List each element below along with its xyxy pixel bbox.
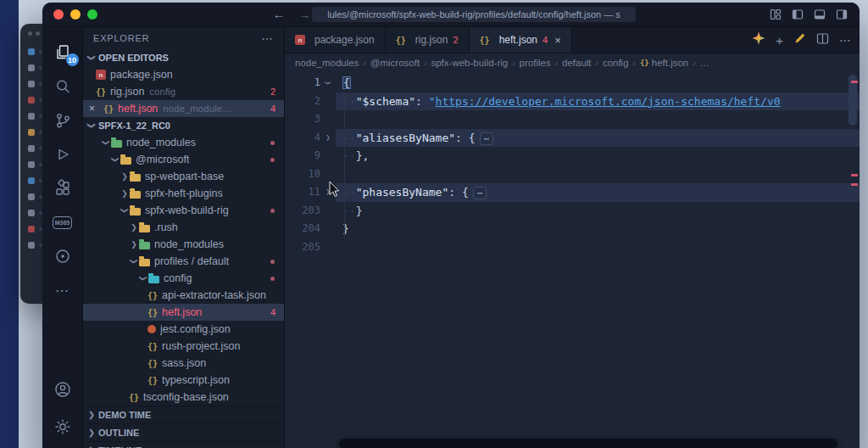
editor-more-actions-icon[interactable]: ⋯ bbox=[839, 33, 851, 47]
close-icon[interactable]: × bbox=[554, 34, 561, 47]
breadcrumb-node_modules[interactable]: node_modules bbox=[295, 58, 359, 68]
chevron-down-icon[interactable]: ❯ bbox=[139, 273, 147, 283]
zoom-window-button[interactable] bbox=[87, 9, 97, 20]
tree-item-profiles-default[interactable]: ❯profiles / default bbox=[83, 253, 284, 270]
gear-icon bbox=[53, 417, 72, 436]
tree-item-spfx-heft-plugins[interactable]: ❯spfx-heft-plugins bbox=[83, 185, 284, 202]
back-icon[interactable]: ← bbox=[273, 8, 285, 21]
forward-icon[interactable]: → bbox=[298, 8, 310, 21]
minimize-window-button[interactable] bbox=[70, 9, 81, 20]
tree-item-sp-webpart-base[interactable]: ❯sp-webpart-base bbox=[83, 168, 284, 185]
toggle-sidebar-icon[interactable] bbox=[792, 8, 804, 20]
close-icon[interactable]: × bbox=[89, 103, 95, 115]
tree-item-rush-project.json[interactable]: {}rush-project.json bbox=[83, 338, 284, 355]
project-root-header[interactable]: ❯ SPFX-1_22_RC0 bbox=[83, 117, 284, 134]
traffic-lights bbox=[53, 9, 97, 20]
copilot-sparkle-icon[interactable] bbox=[752, 31, 765, 48]
tree-item-typescript.json[interactable]: {}typescript.json bbox=[83, 372, 284, 389]
section-demo-time[interactable]: ❯DEMO TIME bbox=[83, 406, 284, 423]
close-window-button[interactable] bbox=[53, 9, 64, 20]
breadcrumb-…[interactable]: … bbox=[700, 58, 710, 68]
code-text[interactable]: ··"$schema": "https://developer.microsof… bbox=[336, 92, 860, 111]
tree-item-sass.json[interactable]: {}sass.json bbox=[83, 355, 284, 372]
tree-item-jest.config.json[interactable]: jest.config.json bbox=[83, 321, 284, 338]
section-label: OUTLINE bbox=[98, 428, 139, 438]
settings-button[interactable] bbox=[46, 410, 80, 444]
chevron-down-icon[interactable]: ❯ bbox=[102, 137, 110, 148]
tree-item-node_modules[interactable]: ❯node_modules bbox=[83, 134, 284, 151]
chevron-right-icon[interactable]: ❯ bbox=[120, 189, 130, 198]
tree-item-spfx-web-build-rig[interactable]: ❯spfx-web-build-rig bbox=[83, 202, 284, 219]
code-editor[interactable]: 1❯{2··"$schema": "https://developer.micr… bbox=[285, 72, 860, 448]
activity-extensions[interactable] bbox=[46, 171, 80, 205]
tree-item-tsconfig-base.json[interactable]: {}tsconfig-base.json bbox=[83, 389, 284, 406]
code-text[interactable]: ··} bbox=[336, 202, 860, 221]
fold-gutter bbox=[320, 147, 336, 165]
fold-closed-icon[interactable]: ❯ bbox=[326, 129, 330, 148]
code-text[interactable]: ··}, bbox=[336, 147, 860, 165]
schema-url-link[interactable]: https://developer.microsoft.com/json-sch… bbox=[436, 95, 781, 108]
open-editors-header[interactable]: ❯ OPEN EDITORS bbox=[83, 49, 284, 66]
open-editor-heft.json[interactable]: ×{}heft.jsonnode_modules/@...4 bbox=[83, 100, 284, 117]
tab-package.json[interactable]: npackage.json bbox=[285, 27, 386, 53]
chevron-right-icon[interactable]: ❯ bbox=[129, 223, 139, 232]
tree-item-config[interactable]: ❯config bbox=[83, 270, 284, 287]
explorer-actions-icon[interactable]: ⋯ bbox=[261, 31, 274, 45]
breadcrumb-heft.json[interactable]: {}heft.json bbox=[640, 58, 688, 68]
new-file-icon[interactable]: + bbox=[776, 33, 783, 48]
layout-grid-icon[interactable] bbox=[770, 8, 782, 20]
code-text[interactable]: { bbox=[336, 74, 860, 92]
horizontal-scrollbar[interactable] bbox=[339, 439, 837, 448]
activity-run-debug[interactable] bbox=[46, 137, 80, 171]
code-text[interactable] bbox=[336, 110, 860, 129]
error-dot bbox=[270, 141, 275, 145]
code-text[interactable]: ··"phasesByName": {⋯ bbox=[336, 183, 860, 202]
tree-item-.rush[interactable]: ❯.rush bbox=[83, 219, 284, 236]
edit-pencil-icon[interactable] bbox=[793, 32, 806, 48]
activity-explorer[interactable]: 10 bbox=[46, 36, 80, 70]
open-editor-rig.json[interactable]: {}rig.jsonconfig2 bbox=[83, 83, 284, 100]
toggle-panel-icon[interactable] bbox=[814, 8, 826, 20]
code-text[interactable] bbox=[336, 238, 860, 257]
tree-item-label: heft.json bbox=[162, 306, 202, 318]
tree-item-node_modules[interactable]: ❯node_modules bbox=[83, 236, 284, 253]
chevron-down-icon[interactable]: ❯ bbox=[120, 205, 129, 216]
code-text[interactable]: } bbox=[336, 220, 860, 238]
section-outline[interactable]: ❯OUTLINE bbox=[83, 423, 284, 441]
vertical-scrollbar[interactable] bbox=[848, 72, 859, 448]
split-editor-icon[interactable] bbox=[816, 32, 829, 48]
activity-m365-toolkit[interactable]: M365 bbox=[46, 205, 80, 239]
activity-sharepoint-extension[interactable] bbox=[46, 239, 80, 273]
tree-item-@microsoft[interactable]: ❯@microsoft bbox=[83, 151, 284, 168]
open-editor-package.json[interactable]: npackage.json bbox=[83, 66, 284, 83]
tab-heft.json[interactable]: {}heft.json4× bbox=[470, 27, 572, 53]
tree-item-heft.json[interactable]: {}heft.json4 bbox=[83, 304, 284, 321]
chevron-right-icon[interactable]: ❯ bbox=[129, 240, 139, 249]
chevron-right-icon[interactable]: ❯ bbox=[120, 172, 130, 181]
fold-gutter bbox=[320, 202, 336, 221]
fold-open-icon[interactable]: ❯ bbox=[319, 81, 337, 85]
code-text[interactable] bbox=[336, 165, 860, 184]
tree-item-api-extractor-task.json[interactable]: {}api-extractor-task.json bbox=[83, 287, 284, 304]
window-title[interactable]: lules/@microsoft/spfx-web-build-rig/prof… bbox=[312, 7, 636, 22]
breadcrumb-@microsoft[interactable]: @microsoft bbox=[370, 58, 420, 68]
toggle-secondary-sidebar-icon[interactable] bbox=[836, 8, 848, 20]
activity-more-views[interactable]: ⋯ bbox=[46, 273, 80, 307]
line-number: 10 bbox=[290, 165, 320, 184]
breadcrumb-default[interactable]: default bbox=[562, 58, 592, 68]
activity-source-control[interactable] bbox=[46, 104, 80, 137]
breadcrumb-config[interactable]: config bbox=[603, 58, 629, 68]
overview-error-mark bbox=[851, 174, 858, 176]
fold-gutter[interactable]: ❯ bbox=[320, 74, 336, 92]
json-braces-icon: {} bbox=[96, 87, 106, 97]
breadcrumb-profiles[interactable]: profiles bbox=[520, 58, 551, 68]
account-button[interactable] bbox=[46, 372, 80, 406]
chevron-down-icon[interactable]: ❯ bbox=[111, 154, 120, 165]
tab-rig.json[interactable]: {}rig.json2 bbox=[386, 27, 470, 53]
section-timeline[interactable]: ❯TIMELINE bbox=[83, 441, 284, 448]
breadcrumb-spfx-web-build-rig[interactable]: spfx-web-build-rig bbox=[431, 58, 508, 68]
chevron-down-icon[interactable]: ❯ bbox=[130, 256, 138, 266]
fold-gutter[interactable]: ❯ bbox=[320, 129, 336, 148]
code-text[interactable]: ··"aliasesByName": {⋯ bbox=[336, 129, 860, 148]
activity-search[interactable] bbox=[46, 70, 80, 104]
